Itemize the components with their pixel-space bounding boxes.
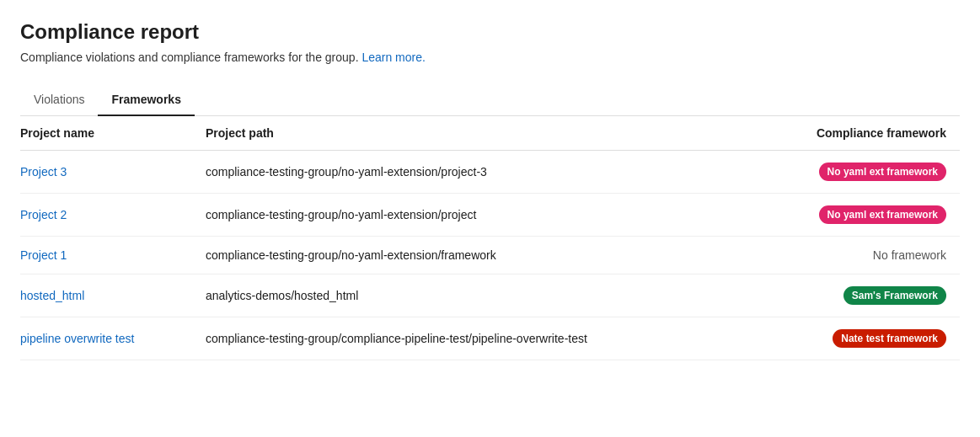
project-path: compliance-testing-group/no-yaml-extensi… — [206, 194, 758, 237]
project-path: analytics-demos/hosted_html — [206, 274, 758, 317]
page-title: Compliance report — [20, 20, 960, 44]
project-path: compliance-testing-group/compliance-pipe… — [206, 317, 758, 360]
project-name-link[interactable]: hosted_html — [20, 289, 84, 302]
framework-label-none: No framework — [873, 248, 946, 262]
framework-badge: No yaml ext framework — [819, 163, 946, 181]
tab-violations[interactable]: Violations — [20, 84, 98, 116]
project-name-link[interactable]: Project 2 — [20, 208, 67, 221]
table-header-row: Project name Project path Compliance fra… — [20, 116, 960, 151]
tabs-nav: Violations Frameworks — [20, 84, 960, 116]
framework-badge: Sam's Framework — [843, 286, 946, 305]
project-path: compliance-testing-group/no-yaml-extensi… — [206, 151, 758, 194]
table-row: Project 2compliance-testing-group/no-yam… — [20, 194, 960, 237]
framework-badge: No yaml ext framework — [819, 205, 946, 224]
compliance-framework-cell: Nate test framework — [758, 317, 960, 360]
header-compliance-framework: Compliance framework — [758, 116, 960, 151]
project-path: compliance-testing-group/no-yaml-extensi… — [206, 237, 758, 274]
compliance-framework-cell: No yaml ext framework — [758, 151, 960, 194]
compliance-table: Project name Project path Compliance fra… — [20, 116, 960, 360]
tab-frameworks[interactable]: Frameworks — [98, 84, 194, 116]
compliance-framework-cell: Sam's Framework — [758, 274, 960, 317]
project-name-link[interactable]: pipeline overwrite test — [20, 332, 134, 345]
table-row: Project 1compliance-testing-group/no-yam… — [20, 237, 960, 274]
learn-more-link[interactable]: Learn more. — [361, 51, 425, 64]
header-project-name: Project name — [20, 116, 206, 151]
table-row: pipeline overwrite testcompliance-testin… — [20, 317, 960, 360]
compliance-framework-cell: No yaml ext framework — [758, 194, 960, 237]
page-subtitle: Compliance violations and compliance fra… — [20, 51, 960, 64]
table-row: hosted_htmlanalytics-demos/hosted_htmlSa… — [20, 274, 960, 317]
compliance-framework-cell: No framework — [758, 237, 960, 274]
project-name-link[interactable]: Project 1 — [20, 248, 67, 262]
header-project-path: Project path — [206, 116, 758, 151]
project-name-link[interactable]: Project 3 — [20, 165, 67, 179]
framework-badge: Nate test framework — [833, 329, 946, 348]
table-row: Project 3compliance-testing-group/no-yam… — [20, 151, 960, 194]
